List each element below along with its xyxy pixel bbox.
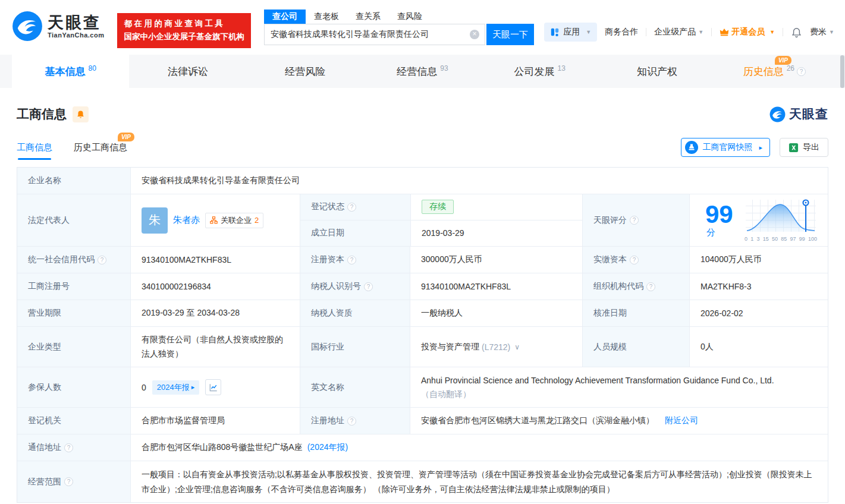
field-label: 注册资本 [300,247,410,273]
row-business-term: 营业期限 2019-03-29 至 2034-03-28 纳税人资质 一般纳税人… [17,300,828,327]
sub-tab-row: 工商信息 VIP 历史工商信息 工商官网快照 ▸ [17,138,828,157]
field-label: 通信地址 [17,434,130,461]
mailing-address-cell: 合肥市包河区华山路808号徽盐世纪广场A座 (2024年报) [130,434,828,461]
section-actions: 工商官网快照 ▸ 导出 [681,138,828,157]
divider [711,28,712,36]
main-content: 工商信息 天眼查 工商信息 VIP [0,88,845,503]
tab-basic-info[interactable]: 基本信息80 [12,55,129,88]
watermark-logo-icon [769,106,786,122]
tab-company-development[interactable]: 公司发展13 [481,55,598,88]
apps-menu[interactable]: 应用▼ [544,23,597,42]
field-label: 英文名称 [300,367,410,407]
nav-business-cooperation[interactable]: 商务合作 [605,27,638,37]
nav-user[interactable]: 费米▼ [810,27,834,37]
search-input[interactable] [265,30,485,39]
search-input-box: × [264,24,485,45]
help-icon[interactable] [364,282,373,291]
english-name: Anhui Provincial Science and Technology … [421,374,774,387]
tab-history-info[interactable]: VIP 历史信息 26 [716,55,833,88]
field-value: 2019-03-29 至 2034-03-28 [130,300,300,326]
help-icon[interactable] [797,67,806,76]
help-icon[interactable] [347,203,356,212]
scrollbar-thumb[interactable] [840,55,844,88]
subscribe-bell-icon[interactable] [73,106,89,122]
sub-tabs: 工商信息 VIP 历史工商信息 [17,142,127,153]
logo-brand: 天眼查 [48,14,104,32]
field-value: 有限责任公司（非自然人投资或控股的法人独资） [130,327,300,367]
help-icon[interactable] [64,477,73,486]
tab-intellectual-property[interactable]: 知识产权 [598,55,715,88]
row-business-scope: 经营范围 一般项目：以自有资金从事投资活动;以私募基金从事股权投资、投资管理、资… [17,461,828,502]
vip-badge: VIP [775,56,791,65]
industry-cell: 投资与资产管理 (L7212) ∨ [410,327,582,367]
vip-badge: VIP [118,133,134,141]
legal-rep-cell: 朱 朱者赤 关联企业 2 [130,194,300,246]
top-header: 天眼查 TianYanCha.com 都在用的商业查询工具 国家中小企业发展子基… [0,0,845,55]
help-icon[interactable] [630,256,639,264]
search-row: × 天眼一下 [264,24,534,45]
avatar[interactable]: 朱 [142,207,168,234]
official-snapshot-button[interactable]: 工商官网快照 ▸ [681,138,770,157]
search-button[interactable]: 天眼一下 [486,24,534,45]
tab-operation-info[interactable]: 经营信息93 [364,55,481,88]
field-label: 成立日期 [300,220,410,247]
clear-icon[interactable]: × [470,30,479,39]
help-icon[interactable] [98,256,106,264]
field-label: 企业名称 [17,168,130,194]
field-value: 一般纳税人 [410,300,582,326]
help-icon[interactable] [347,417,356,426]
search-tab-risk[interactable]: 查风险 [389,10,431,24]
field-value: 安徽省科技成果转化引导基金有限责任公司 [130,168,828,194]
help-icon[interactable] [646,282,655,291]
field-label: 国标行业 [300,327,410,367]
nav-open-vip[interactable]: 开通会员▼ [720,27,775,37]
field-label: 企业类型 [17,327,130,367]
subtab-business-info[interactable]: 工商信息 [17,142,52,153]
export-button[interactable]: 导出 [780,138,828,157]
help-icon[interactable] [64,443,73,452]
insured-cell: 0 2024年报▸ [130,367,300,407]
score-axis-labels: 0131550859799100 [745,236,817,242]
search-tab-boss[interactable]: 查老板 [306,10,347,24]
watermark-logo: 天眼查 [769,106,828,122]
promo-line1: 都在用的商业查询工具 [124,17,244,30]
nearby-companies-link[interactable]: 附近公司 [665,415,698,426]
field-label: 登记状态 [300,194,410,220]
legal-rep-link[interactable]: 朱者赤 [173,215,200,226]
annual-report-link[interactable]: (2024年报) [307,442,348,453]
status-badge: 存续 [422,200,454,214]
subtab-history-business-info[interactable]: VIP 历史工商信息 [74,142,127,153]
tab-legal-litigation[interactable]: 法律诉讼 [129,55,246,88]
annual-report-badge[interactable]: 2024年报▸ [152,380,199,395]
search-tab-company[interactable]: 查公司 [264,10,306,24]
related-companies-badge[interactable]: 关联企业 2 [205,213,263,228]
field-label: 注册地址 [300,408,410,434]
chevron-down-icon[interactable]: ∨ [514,343,520,351]
insured-trend-icon[interactable] [205,379,221,395]
field-label: 法定代表人 [17,194,130,246]
promo-banner: 都在用的商业查询工具 国家中小企业发展子基金旗下机构 [117,13,251,48]
field-label: 统一社会信用代码 [17,247,130,273]
field-value: 存续 [410,194,583,220]
row-registration-status: 登记状态 存续 [300,194,582,220]
field-label: 营业期限 [17,300,130,326]
field-label: 工商注册号 [17,273,130,300]
notification-bell-icon[interactable] [791,27,802,38]
page: 天眼查 TianYanCha.com 都在用的商业查询工具 国家中小企业发展子基… [0,0,845,504]
row-registration-authority: 登记机关 合肥市市场监督管理局 注册地址 安徽省合肥市包河区锦绣大道与黑龙江路交… [17,408,828,434]
help-icon[interactable] [630,216,639,225]
row-company-name: 企业名称 安徽省科技成果转化引导基金有限责任公司 [17,168,828,194]
divider [783,28,783,36]
field-label: 组织机构代码 [582,273,689,300]
section-title: 工商信息 [17,106,67,122]
watermark-text: 天眼查 [789,106,828,122]
row-company-type: 企业类型 有限责任公司（非自然人投资或控股的法人独资） 国标行业 投资与资产管理… [17,327,828,367]
nav-enterprise-products[interactable]: 企业级产品▼ [654,27,703,37]
score-distribution-chart: 0131550859799100 [745,199,817,242]
help-icon[interactable] [347,256,356,264]
tianyancha-logo[interactable]: 天眼查 TianYanCha.com [12,11,104,42]
field-value: 104000万人民币 [689,247,828,273]
search-tab-relation[interactable]: 查关系 [347,10,389,24]
field-value: 2026-02-02 [689,300,828,326]
tab-operation-risk[interactable]: 经营风险 [247,55,364,88]
